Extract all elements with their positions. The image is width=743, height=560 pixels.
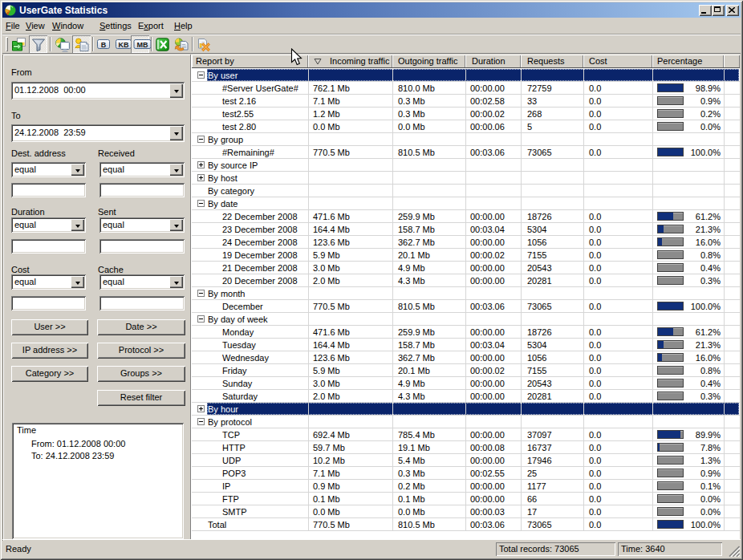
svg-text:KB: KB <box>119 41 129 49</box>
svg-text:MB: MB <box>137 41 148 49</box>
svg-text:B: B <box>101 41 107 49</box>
